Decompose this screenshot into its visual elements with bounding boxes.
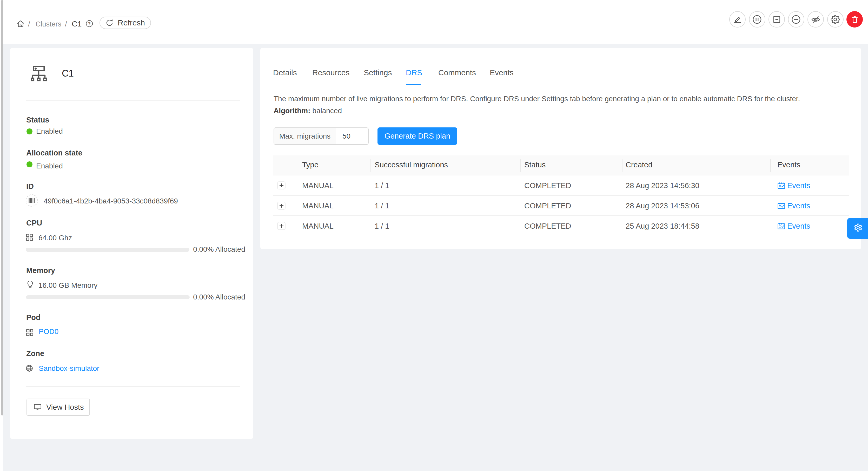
- svg-text:?: ?: [88, 21, 91, 26]
